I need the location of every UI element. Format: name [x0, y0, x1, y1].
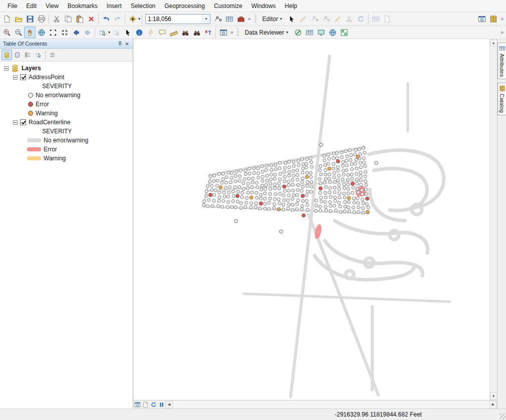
tree-item-layers[interactable]: Layers — [0, 64, 133, 73]
toc-options-button[interactable] — [47, 50, 58, 60]
editor-toolbar-toggle-button[interactable] — [212, 13, 223, 25]
map-canvas[interactable] — [133, 39, 489, 400]
list-by-visibility-button[interactable] — [23, 50, 33, 60]
copy-button[interactable] — [62, 13, 74, 25]
tree-item-roadcenterline[interactable]: RoadCenterline — [0, 118, 133, 127]
add-data-button[interactable] — [127, 13, 138, 25]
reviewer-table-button[interactable] — [304, 27, 315, 38]
toolbar-grip[interactable] — [237, 28, 239, 37]
legend-item[interactable]: Warning — [0, 154, 133, 163]
legend-item[interactable]: No error/warning — [0, 91, 133, 100]
sketch-tool-button[interactable] — [298, 13, 309, 25]
reshape-button[interactable] — [332, 13, 344, 25]
scroll-down-arrow[interactable]: ▼ — [490, 392, 497, 400]
save-button[interactable] — [24, 13, 36, 25]
collapse-box-icon[interactable] — [4, 66, 9, 71]
open-button[interactable] — [13, 13, 24, 25]
add-data-dropdown-arrow[interactable]: ▾ — [138, 17, 140, 21]
find-button[interactable] — [179, 27, 191, 38]
new-map-button[interactable] — [1, 13, 13, 25]
list-by-source-button[interactable] — [12, 50, 23, 60]
sampling-button[interactable] — [338, 27, 350, 38]
print-button[interactable] — [36, 13, 47, 25]
collapse-box-icon[interactable] — [13, 120, 18, 125]
menu-windows[interactable]: Windows — [247, 1, 281, 11]
zoom-in-button[interactable] — [1, 27, 13, 38]
menu-edit[interactable]: Edit — [22, 1, 41, 11]
roadcenterline-checkbox[interactable] — [20, 119, 26, 125]
rotate-tool-button[interactable] — [355, 13, 367, 25]
zoom-out-button[interactable] — [13, 27, 24, 38]
toolbar-overflow-chevron[interactable]: » — [246, 16, 252, 22]
list-by-selection-button[interactable] — [33, 50, 44, 60]
map-scale-dropdown-arrow[interactable]: ▾ — [202, 15, 210, 24]
menu-insert[interactable]: Insert — [102, 1, 126, 11]
resize-grip[interactable] — [499, 413, 505, 419]
clear-selection-button[interactable] — [110, 27, 122, 38]
menu-selection[interactable]: Selection — [126, 1, 160, 11]
attributes-tab[interactable]: Attributes — [497, 43, 506, 79]
find-route-button[interactable] — [191, 27, 202, 38]
menu-view[interactable]: View — [41, 1, 63, 11]
full-extent-button[interactable] — [36, 27, 47, 38]
attributes-window-button[interactable] — [370, 13, 382, 25]
go-forward-extent-button[interactable] — [82, 27, 93, 38]
catalog-tab[interactable]: Catalog — [497, 83, 506, 115]
menu-geoprocessing[interactable]: Geoprocessing — [160, 1, 209, 11]
pin-icon[interactable] — [117, 41, 123, 47]
catalog-window-button[interactable] — [487, 13, 499, 25]
identify-button[interactable] — [133, 27, 145, 38]
trace-tool-button[interactable] — [309, 13, 321, 25]
select-elements-button[interactable] — [122, 27, 133, 38]
cut-polygons-button[interactable] — [344, 13, 355, 25]
sketch-properties-button[interactable] — [382, 13, 393, 25]
pause-drawing-button[interactable] — [157, 401, 165, 408]
select-features-button[interactable] — [97, 27, 108, 38]
browse-features-button[interactable] — [315, 27, 327, 38]
undo-button[interactable] — [100, 13, 112, 25]
fixed-zoom-out-button[interactable] — [59, 27, 70, 38]
toolbar-overflow-chevron[interactable]: » — [499, 16, 505, 22]
go-back-extent-button[interactable] — [70, 27, 82, 38]
legend-item[interactable]: Error — [0, 100, 133, 109]
reviewer-session-button[interactable] — [292, 27, 304, 38]
pan-button[interactable] — [24, 27, 36, 38]
paste-button[interactable] — [74, 13, 85, 25]
go-to-xy-button[interactable] — [202, 27, 214, 38]
arctoolbox-button[interactable] — [235, 13, 246, 25]
redo-button[interactable] — [112, 13, 123, 25]
menu-bookmarks[interactable]: Bookmarks — [63, 1, 102, 11]
addresspoint-checkbox[interactable] — [20, 74, 26, 80]
scroll-right-arrow[interactable]: ▶ — [489, 401, 497, 408]
map-scale-input[interactable] — [146, 15, 202, 23]
vertical-scrollbar[interactable]: ▲ ▼ — [489, 39, 497, 400]
list-by-drawing-order-button[interactable] — [2, 50, 12, 60]
editor-menu-button[interactable]: Editor ▾ — [259, 14, 286, 25]
reviewer-overview-button[interactable] — [327, 27, 338, 38]
delete-button[interactable] — [85, 13, 97, 25]
refresh-view-button[interactable] — [149, 401, 157, 408]
toc-close-button[interactable]: × — [123, 40, 131, 48]
viewer-window-button[interactable] — [217, 27, 229, 38]
horizontal-scrollbar-track[interactable] — [173, 401, 489, 408]
fixed-zoom-in-button[interactable] — [47, 27, 59, 38]
measure-button[interactable] — [168, 27, 179, 38]
scroll-up-arrow[interactable]: ▲ — [490, 39, 497, 47]
edit-vertices-button[interactable] — [321, 13, 332, 25]
data-view-button[interactable] — [133, 401, 141, 408]
legend-item[interactable]: Error — [0, 145, 133, 154]
layout-view-button[interactable] — [141, 401, 149, 408]
toolbar-grip[interactable] — [255, 15, 257, 24]
attribute-table-button[interactable] — [223, 13, 235, 25]
html-popup-button[interactable] — [156, 27, 168, 38]
create-features-button[interactable] — [476, 13, 487, 25]
edit-tool-button[interactable] — [286, 13, 298, 25]
hyperlink-button[interactable] — [145, 27, 156, 38]
legend-item[interactable]: Warning — [0, 109, 133, 118]
data-reviewer-menu-button[interactable]: Data Reviewer ▾ — [241, 27, 293, 38]
toolbar-overflow-chevron[interactable]: » — [499, 30, 505, 35]
scroll-left-arrow[interactable]: ◀ — [165, 401, 173, 408]
cut-button[interactable] — [51, 13, 62, 25]
legend-item[interactable]: No error/warning — [0, 136, 133, 145]
toolbar-overflow-chevron[interactable]: » — [229, 30, 235, 35]
